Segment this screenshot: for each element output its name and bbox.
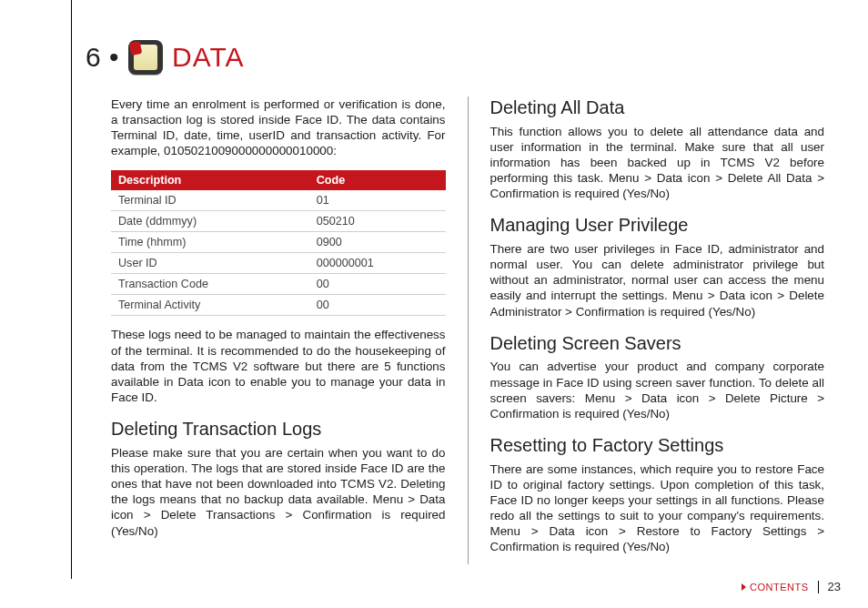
table-header-description: Description — [111, 170, 309, 190]
page-footer: CONTENTS 23 — [742, 580, 841, 593]
left-margin-rule — [71, 0, 72, 579]
chapter-title: DATA — [172, 42, 245, 73]
table-cell: 050210 — [309, 210, 446, 231]
table-cell: 000000001 — [309, 253, 446, 274]
table-row: Terminal Activity00 — [111, 295, 446, 316]
table-cell: 00 — [309, 295, 446, 316]
para-factory-reset: There are some instances, which require … — [490, 461, 825, 555]
chapter-number: 6 • — [86, 42, 119, 73]
content-columns: Every time an enrolment is performed or … — [111, 96, 824, 564]
code-breakdown-table: Description Code Terminal ID01Date (ddmm… — [111, 170, 446, 317]
table-cell: Transaction Code — [111, 274, 309, 295]
left-column: Every time an enrolment is performed or … — [111, 96, 446, 564]
table-cell: Time (hhmm) — [111, 231, 309, 252]
heading-manage-privilege: Managing User Privilege — [490, 214, 825, 238]
intro-paragraph: Every time an enrolment is performed or … — [111, 96, 446, 159]
heading-delete-all-data: Deleting All Data — [490, 96, 825, 120]
page-number: 23 — [828, 580, 841, 593]
right-column: Deleting All Data This function allows y… — [490, 96, 825, 564]
contents-link[interactable]: CONTENTS — [742, 582, 809, 593]
after-table-paragraph: These logs need to be managed to maintai… — [111, 327, 446, 405]
table-cell: 01 — [309, 190, 446, 211]
para-delete-trans-logs: Please make sure that you are certain wh… — [111, 445, 446, 539]
table-row: User ID000000001 — [111, 253, 446, 274]
para-delete-screensavers: You can advertise your product and compa… — [490, 359, 825, 421]
table-row: Date (ddmmyy)050210 — [111, 210, 446, 231]
table-header-code: Code — [309, 170, 446, 190]
heading-delete-trans-logs: Deleting Transaction Logs — [111, 418, 446, 441]
heading-delete-screensavers: Deleting Screen Savers — [490, 332, 825, 356]
triangle-right-icon — [742, 583, 746, 591]
table-cell: Terminal Activity — [111, 295, 309, 316]
data-icon — [128, 40, 163, 75]
contents-label: CONTENTS — [750, 582, 809, 593]
table-cell: Terminal ID — [111, 190, 309, 211]
table-row: Time (hhmm)0900 — [111, 231, 446, 252]
table-cell: 00 — [309, 274, 446, 295]
table-cell: 0900 — [309, 231, 446, 252]
para-delete-all-data: This function allows you to delete all a… — [490, 124, 825, 202]
table-row: Transaction Code00 — [111, 274, 446, 295]
table-cell: Date (ddmmyy) — [111, 210, 309, 231]
para-manage-privilege: There are two user privileges in Face ID… — [490, 241, 825, 319]
table-cell: User ID — [111, 253, 309, 274]
footer-separator — [818, 581, 819, 593]
heading-factory-reset: Resetting to Factory Settings — [490, 434, 825, 458]
table-row: Terminal ID01 — [111, 190, 446, 211]
chapter-heading: 6 • DATA — [86, 40, 245, 75]
column-divider — [468, 96, 469, 564]
